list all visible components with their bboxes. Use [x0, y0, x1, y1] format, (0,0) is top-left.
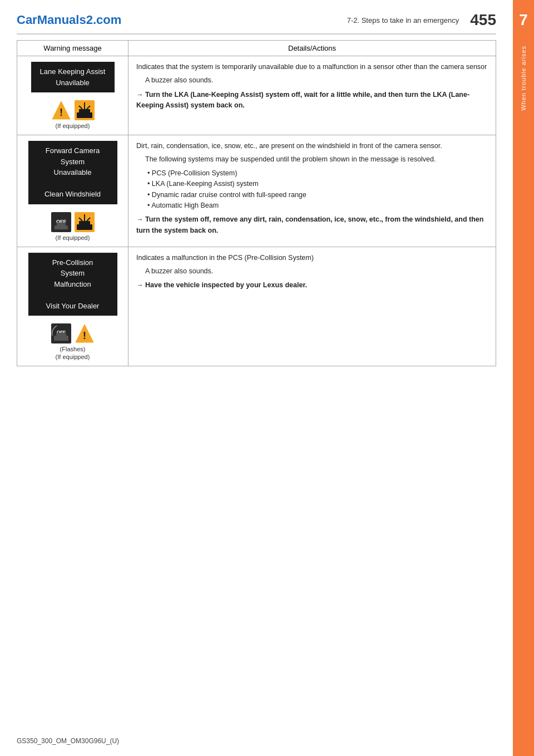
- camera-if-equipped: (If equipped): [25, 234, 120, 241]
- col-header-details: Details/Actions: [128, 41, 496, 56]
- camera-action: → Turn the system off, remove any dirt, …: [136, 214, 488, 236]
- lka-icons-row: !: [25, 100, 120, 120]
- page-header: CarManuals2.com 7-2. Steps to take in an…: [17, 11, 496, 35]
- sidebar-chapter-title: When trouble arises: [520, 46, 527, 111]
- camera-lka-icon: [75, 212, 95, 232]
- camera-bullet-list: PCS (Pre-Collision System) LKA (Lane-Kee…: [147, 168, 488, 212]
- header-right: 7-2. Steps to take in an emergency 455: [347, 11, 496, 29]
- details-cell-pcs: Indicates a malfunction in the PCS (Pre-…: [128, 247, 496, 366]
- details-cell-lka: Indicates that the system is temporarily…: [128, 56, 496, 135]
- pcs-if-equipped: (If equipped): [25, 354, 120, 360]
- svg-rect-14: [79, 221, 90, 225]
- site-logo: CarManuals2.com: [17, 13, 121, 27]
- lka-action: → Turn the LKA (Lane-Keeping Assist) sys…: [136, 90, 488, 111]
- pcs-action: → Have the vehicle inspected by your Lex…: [136, 280, 488, 291]
- warning-message-camera: Forward CameraSystemUnavailableClean Win…: [28, 141, 117, 204]
- lka-details-para2: A buzzer also sounds.: [145, 75, 488, 86]
- camera-bullet-3: Dynamic radar cruise control with full-s…: [147, 190, 488, 200]
- section-title: 7-2. Steps to take in an emergency: [347, 16, 459, 24]
- warning-message-lka: Lane Keeping AssistUnavilable: [31, 62, 115, 92]
- page: 7 When trouble arises CarManuals2.com 7-…: [0, 0, 534, 756]
- table-row: Lane Keeping AssistUnavilable !: [17, 56, 496, 135]
- camera-details-para1: Dirt, rain, condensation, ice, snow, etc…: [136, 141, 488, 151]
- camera-bullet-1: PCS (Pre-Collision System): [147, 168, 488, 179]
- sidebar-chapter-number: 7: [519, 11, 528, 29]
- lka-camera-icon: [75, 100, 95, 120]
- pcs-warning-icon: !: [75, 323, 95, 343]
- warning-cell-lka: Lane Keeping AssistUnavilable !: [17, 56, 128, 135]
- svg-rect-10: [55, 225, 68, 229]
- warning-table: Warning message Details/Actions Lane Kee…: [17, 40, 496, 366]
- lka-details-para1: Indicates that the system is temporarily…: [136, 62, 488, 72]
- svg-text:!: !: [83, 330, 86, 341]
- svg-rect-4: [79, 109, 90, 114]
- col-header-warning: Warning message: [17, 41, 128, 56]
- pcs-details-para2: A buzzer also sounds.: [145, 266, 488, 277]
- svg-text:!: !: [60, 107, 63, 118]
- main-content: CarManuals2.com 7-2. Steps to take in an…: [0, 0, 513, 756]
- footer-text: GS350_300_OM_OM30G96U_(U): [17, 737, 119, 745]
- svg-rect-11: [57, 223, 66, 226]
- svg-rect-20: [54, 336, 68, 341]
- pcs-flashes: (Flashes): [25, 346, 120, 352]
- page-number: 455: [470, 11, 496, 29]
- camera-bullet-4: Automatic High Beam: [147, 200, 488, 211]
- right-sidebar: 7 When trouble arises: [513, 0, 534, 756]
- details-cell-camera: Dirt, rain, condensation, ice, snow, etc…: [128, 135, 496, 247]
- warning-cell-pcs: Pre-CollisionSystemMalfunctionVisit Your…: [17, 247, 128, 366]
- camera-off-icon: OFF: [51, 212, 71, 232]
- svg-rect-21: [56, 333, 66, 336]
- camera-details-para2: The following systems may be suspended u…: [145, 154, 488, 165]
- pcs-icons-row: OFF !: [25, 323, 120, 343]
- table-row: Pre-CollisionSystemMalfunctionVisit Your…: [17, 247, 496, 366]
- pcs-details-para1: Indicates a malfunction in the PCS (Pre-…: [136, 253, 488, 263]
- camera-icons-row: OFF: [25, 212, 120, 232]
- camera-bullet-2: LKA (Lane-Keeping Assist) system: [147, 179, 488, 189]
- warning-cell-camera: Forward CameraSystemUnavailableClean Win…: [17, 135, 128, 247]
- lka-if-equipped: (If equipped): [25, 122, 120, 129]
- page-footer: GS350_300_OM_OM30G96U_(U): [17, 737, 119, 745]
- warning-triangle-icon: !: [51, 100, 71, 120]
- pcs-off-icon: OFF: [51, 323, 71, 343]
- warning-message-pcs: Pre-CollisionSystemMalfunctionVisit Your…: [28, 253, 117, 316]
- table-row: Forward CameraSystemUnavailableClean Win…: [17, 135, 496, 247]
